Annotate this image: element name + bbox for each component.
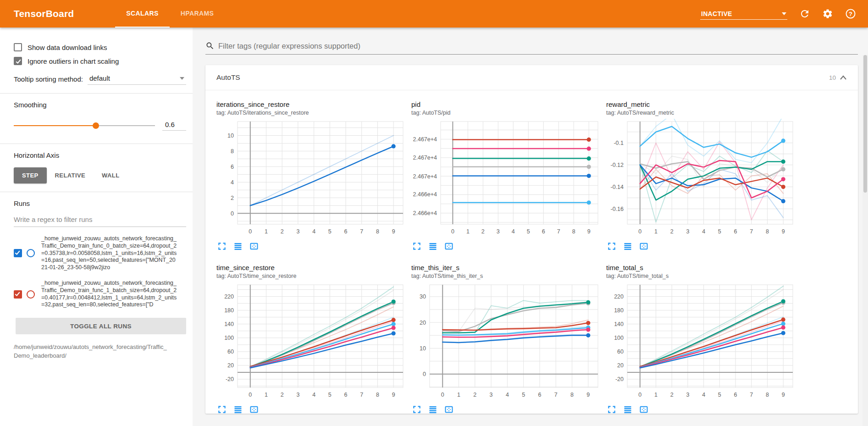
fit-domain-icon[interactable]	[444, 405, 453, 414]
svg-text:10: 10	[227, 133, 234, 139]
svg-text:60: 60	[227, 349, 234, 355]
svg-text:180: 180	[224, 307, 234, 314]
svg-text:9: 9	[392, 228, 395, 235]
svg-text:2.467e+4: 2.467e+4	[413, 155, 437, 161]
autots-card-header[interactable]: AutoTS 10	[205, 65, 858, 90]
fit-domain-icon[interactable]	[249, 405, 259, 414]
fit-domain-icon[interactable]	[249, 242, 259, 251]
svg-text:7: 7	[360, 392, 363, 398]
svg-text:6: 6	[734, 228, 737, 235]
chart-title: iterations_since_restore	[216, 100, 407, 108]
axis-step-button[interactable]: STEP	[14, 167, 47, 183]
svg-text:1: 1	[654, 392, 658, 398]
check-icon	[15, 58, 22, 65]
settings-sidebar: Show data download links Ignore outliers…	[0, 28, 193, 426]
fit-domain-icon[interactable]	[639, 405, 648, 414]
svg-text:8: 8	[376, 392, 379, 398]
chart-plot[interactable]: 01234567892.467e+42.467e+42.467e+42.466e…	[411, 119, 602, 237]
svg-text:6: 6	[734, 392, 737, 398]
fit-domain-icon[interactable]	[639, 242, 648, 251]
run-row[interactable]: _home_junweid_zouwu_autots_network_forec…	[14, 235, 186, 271]
svg-text:8: 8	[376, 228, 379, 235]
svg-text:8: 8	[231, 148, 234, 155]
autots-card: AutoTS 10 iterations_since_restoretag: A…	[205, 65, 858, 414]
scrollbar-thumb[interactable]	[863, 55, 867, 193]
tag-filter[interactable]	[205, 41, 858, 55]
svg-text:20: 20	[420, 320, 426, 326]
data-download-icon[interactable]	[428, 405, 437, 414]
svg-text:0: 0	[638, 392, 641, 398]
refresh-icon[interactable]	[799, 8, 810, 19]
data-download-icon[interactable]	[233, 242, 243, 251]
chart-plot[interactable]: 01234567892201801401006020-20	[606, 282, 796, 400]
svg-text:3: 3	[497, 228, 500, 235]
run-radio[interactable]	[27, 290, 35, 299]
data-download-icon[interactable]	[428, 242, 437, 251]
tab-scalars[interactable]: SCALARS	[115, 0, 169, 28]
runs-label: Runs	[14, 199, 186, 207]
runs-filter-input[interactable]	[14, 213, 186, 227]
svg-text:10: 10	[420, 345, 426, 352]
data-download-icon[interactable]	[623, 405, 632, 414]
svg-text:7: 7	[360, 228, 363, 235]
ignore-outliers-checkbox[interactable]: Ignore outliers in chart scaling	[14, 57, 186, 65]
svg-text:4: 4	[702, 392, 705, 398]
smoothing-slider[interactable]	[14, 122, 155, 129]
run-row[interactable]: _home_junweid_zouwu_autots_network_forec…	[14, 280, 186, 309]
show-data-download-links-checkbox[interactable]: Show data download links	[14, 43, 186, 51]
svg-text:4: 4	[702, 228, 705, 235]
checkbox-unchecked[interactable]	[14, 43, 22, 51]
run-checkbox[interactable]	[14, 249, 22, 257]
chart-tag: tag: AutoTS/time_total_s	[606, 273, 796, 279]
fullscreen-icon[interactable]	[412, 242, 421, 251]
tooltip-sorting-select[interactable]: default	[88, 73, 186, 85]
svg-text:60: 60	[617, 349, 624, 355]
slider-knob[interactable]	[93, 122, 99, 129]
fullscreen-icon[interactable]	[217, 405, 227, 414]
svg-text:5: 5	[527, 228, 530, 235]
chart-plot[interactable]: 01234567892201801401006020-20	[216, 282, 407, 400]
chart-title: reward_metric	[606, 100, 796, 108]
axis-relative-button[interactable]: RELATIVE	[47, 167, 94, 183]
chart-plot[interactable]: 0123456789-0.1-0.12-0.14-0.16	[606, 119, 796, 237]
status-dropdown[interactable]: INACTIVE	[700, 8, 787, 20]
fullscreen-icon[interactable]	[412, 405, 421, 414]
chart-title: time_total_s	[606, 264, 796, 271]
svg-text:0: 0	[249, 228, 252, 235]
fullscreen-icon[interactable]	[217, 242, 227, 251]
svg-text:2: 2	[670, 228, 674, 235]
svg-text:9: 9	[586, 392, 590, 398]
data-download-icon[interactable]	[233, 405, 243, 414]
fullscreen-icon[interactable]	[607, 242, 616, 251]
gear-icon[interactable]	[822, 8, 833, 19]
vertical-scrollbar[interactable]	[862, 55, 868, 426]
fullscreen-icon[interactable]	[607, 405, 616, 414]
chart-card: reward_metrictag: AutoTS/reward_metric01…	[606, 100, 796, 251]
svg-text:0: 0	[423, 371, 426, 377]
tab-hparams[interactable]: HPARAMS	[170, 0, 225, 28]
axis-wall-button[interactable]: WALL	[94, 167, 127, 183]
svg-text:9: 9	[587, 228, 591, 235]
run-radio[interactable]	[27, 249, 35, 257]
help-icon[interactable]: ?	[845, 8, 856, 19]
tag-filter-input[interactable]	[218, 42, 858, 50]
svg-text:20: 20	[227, 362, 234, 369]
tooltip-sorting-value: default	[89, 74, 110, 82]
charts-grid: iterations_since_restoretag: AutoTS/iter…	[205, 90, 858, 414]
run-name: _home_junweid_zouwu_autots_network_forec…	[41, 280, 177, 309]
svg-text:0: 0	[231, 210, 234, 217]
chevron-up-icon[interactable]	[840, 75, 847, 80]
svg-text:5: 5	[522, 392, 525, 398]
checkbox-checked[interactable]	[14, 57, 22, 65]
toggle-all-runs-button[interactable]: TOGGLE ALL RUNS	[16, 318, 186, 334]
svg-text:2.467e+4: 2.467e+4	[413, 136, 437, 143]
chart-plot[interactable]: 01234567893020100	[411, 282, 602, 400]
check-icon	[14, 291, 21, 297]
chart-plot[interactable]: 01234567891086420	[216, 119, 407, 237]
smoothing-value[interactable]: 0.6	[162, 121, 186, 131]
run-checkbox[interactable]	[14, 290, 22, 299]
svg-text:2: 2	[281, 228, 284, 235]
fit-domain-icon[interactable]	[444, 242, 453, 251]
data-download-icon[interactable]	[623, 242, 632, 251]
svg-text:3: 3	[686, 392, 689, 398]
